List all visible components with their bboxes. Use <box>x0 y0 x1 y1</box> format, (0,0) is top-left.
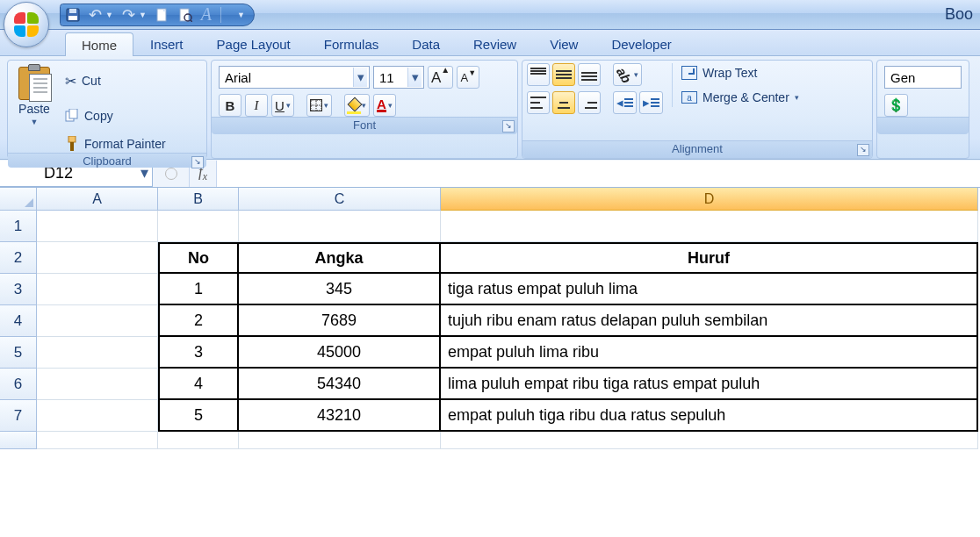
alignment-dialog-launcher[interactable]: ↘ <box>857 144 869 156</box>
cell[interactable]: 43210 <box>239 400 441 432</box>
wrap-text-button[interactable]: Wrap Text <box>678 63 803 82</box>
cell[interactable]: 345 <box>239 274 441 305</box>
cell[interactable] <box>158 211 239 242</box>
tab-page-layout[interactable]: Page Layout <box>200 32 307 55</box>
redo-icon[interactable]: ↷ <box>122 5 135 25</box>
row-header[interactable]: 5 <box>0 337 37 369</box>
accounting-format-button[interactable]: 💲 <box>884 94 908 117</box>
formula-input[interactable] <box>216 161 980 187</box>
align-left-button[interactable] <box>527 91 550 114</box>
shrink-font-button[interactable]: A▼ <box>457 66 479 89</box>
clipboard-dialog-launcher[interactable]: ↘ <box>191 156 204 168</box>
fill-color-button[interactable]: ▾ <box>344 94 370 117</box>
cell[interactable] <box>37 432 158 449</box>
italic-button[interactable]: I <box>245 94 268 117</box>
font-size-combo[interactable]: 11 ▾ <box>373 66 424 89</box>
cell[interactable]: 2 <box>158 305 239 337</box>
row-header[interactable]: 3 <box>0 274 37 305</box>
cell[interactable]: 7689 <box>239 305 441 337</box>
undo-icon[interactable]: ↶ <box>89 5 102 25</box>
align-middle-button[interactable] <box>552 63 575 86</box>
new-doc-icon[interactable] <box>155 8 169 22</box>
group-clipboard: Paste ▼ ✂ Cut Copy Format Painter Clipb <box>7 60 207 159</box>
cell[interactable] <box>37 211 158 242</box>
col-header-b[interactable]: B <box>158 188 239 211</box>
align-right-button[interactable] <box>578 91 601 114</box>
office-button[interactable] <box>4 2 49 47</box>
cell[interactable] <box>37 242 158 274</box>
cell[interactable]: 3 <box>158 337 239 369</box>
cell[interactable]: Angka <box>239 242 441 274</box>
align-top-button[interactable] <box>527 63 550 86</box>
cell[interactable]: 45000 <box>239 337 441 369</box>
cut-button[interactable]: ✂ Cut <box>65 65 166 97</box>
cell[interactable] <box>441 211 978 242</box>
orientation-button[interactable]: ab▾ <box>613 63 642 86</box>
col-header-d[interactable]: D <box>441 188 978 211</box>
qat-customize-dropdown[interactable]: ▼ <box>237 11 245 19</box>
font-dialog-launcher[interactable]: ↘ <box>502 120 515 132</box>
align-bottom-button[interactable] <box>578 63 601 86</box>
row-header[interactable]: 6 <box>0 369 37 400</box>
cell[interactable] <box>239 211 441 242</box>
align-center-button[interactable] <box>552 91 575 114</box>
row-header[interactable] <box>0 432 37 449</box>
col-header-a[interactable]: A <box>37 188 158 211</box>
row-header[interactable]: 2 <box>0 242 37 274</box>
cell[interactable]: tujuh ribu enam ratus delapan puluh semb… <box>441 305 978 337</box>
bold-button[interactable]: B <box>219 94 241 117</box>
cell[interactable]: lima puluh empat ribu tiga ratus empat p… <box>441 369 978 400</box>
cell[interactable]: No <box>158 242 239 274</box>
group-alignment: ab▾ ◂ ▸ Wrap Text a Merge & <box>522 60 873 159</box>
row-header[interactable]: 7 <box>0 400 37 432</box>
tab-formulas[interactable]: Formulas <box>307 32 396 55</box>
print-preview-icon[interactable] <box>178 8 192 22</box>
font-color-button[interactable]: A▾ <box>373 94 396 117</box>
cell[interactable] <box>37 274 158 305</box>
title-bar: ↶▼ ↷▼ A ▼ Boo <box>0 0 980 30</box>
font-name-combo[interactable]: Arial ▾ <box>219 66 370 89</box>
cell[interactable]: empat puluh lima ribu <box>441 337 978 369</box>
underline-button[interactable]: U▾ <box>271 94 294 117</box>
decrease-indent-button[interactable]: ◂ <box>613 91 637 114</box>
cell[interactable]: Huruf <box>441 242 978 274</box>
quick-custom-icon[interactable]: A <box>201 4 212 25</box>
increase-indent-button[interactable]: ▸ <box>639 91 663 114</box>
select-all-corner[interactable] <box>0 188 37 211</box>
paste-button[interactable]: Paste ▼ <box>12 63 56 130</box>
row-header[interactable]: 4 <box>0 305 37 337</box>
cell[interactable] <box>441 432 978 449</box>
tab-home[interactable]: Home <box>65 32 133 56</box>
cell[interactable]: 5 <box>158 400 239 432</box>
cell[interactable]: empat puluh tiga ribu dua ratus sepuluh <box>441 400 978 432</box>
cell[interactable] <box>37 337 158 369</box>
cell[interactable]: 1 <box>158 274 239 305</box>
tab-view[interactable]: View <box>533 32 594 55</box>
format-painter-button[interactable]: Format Painter <box>65 135 166 153</box>
cell[interactable] <box>158 432 239 449</box>
tab-data[interactable]: Data <box>395 32 457 55</box>
grow-font-button[interactable]: A▲ <box>428 66 453 89</box>
cell[interactable] <box>239 432 441 449</box>
borders-button[interactable]: ▾ <box>306 94 332 117</box>
cell[interactable]: 4 <box>158 369 239 400</box>
tab-review[interactable]: Review <box>457 32 533 55</box>
font-name-value: Arial <box>225 70 251 85</box>
tab-developer[interactable]: Developer <box>594 32 688 55</box>
row-header[interactable]: 1 <box>0 211 37 242</box>
copy-button[interactable]: Copy <box>65 100 166 132</box>
number-format-combo[interactable]: Gen <box>884 66 962 89</box>
merge-center-label: Merge & Center <box>703 90 789 104</box>
tab-insert[interactable]: Insert <box>133 32 200 55</box>
cell[interactable] <box>37 400 158 432</box>
col-header-c[interactable]: C <box>239 188 441 211</box>
number-format-value: Gen <box>890 70 915 85</box>
cell[interactable]: tiga ratus empat puluh lima <box>441 274 978 305</box>
grid-row: 6 4 54340 lima puluh empat ribu tiga rat… <box>0 369 980 400</box>
cell[interactable] <box>37 369 158 400</box>
cut-label: Cut <box>82 74 101 88</box>
save-icon[interactable] <box>66 8 80 22</box>
cell[interactable] <box>37 305 158 337</box>
merge-center-button[interactable]: a Merge & Center ▾ <box>678 88 803 107</box>
cell[interactable]: 54340 <box>239 369 441 400</box>
